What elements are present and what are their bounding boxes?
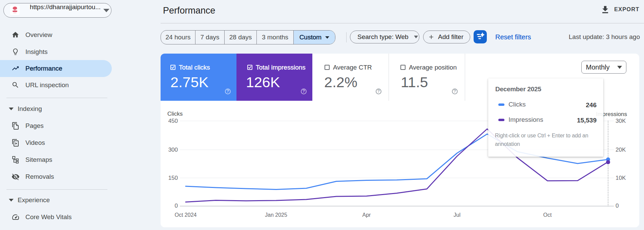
svg-text:450: 450 [168,118,178,124]
svg-text:Jan 2025: Jan 2025 [265,212,287,218]
svg-text:Jul: Jul [454,212,460,218]
svg-text:Apr: Apr [362,212,371,218]
svg-text:30K: 30K [616,118,626,124]
svg-text:Oct: Oct [543,212,552,218]
svg-text:Oct 2024: Oct 2024 [175,212,197,218]
svg-text:300: 300 [168,147,178,153]
svg-text:150: 150 [168,175,178,181]
svg-text:10K: 10K [616,175,626,181]
svg-text:0: 0 [616,203,619,209]
svg-text:0: 0 [175,203,178,209]
svg-text:20K: 20K [616,147,626,153]
svg-text:Clicks: Clicks [167,111,183,117]
